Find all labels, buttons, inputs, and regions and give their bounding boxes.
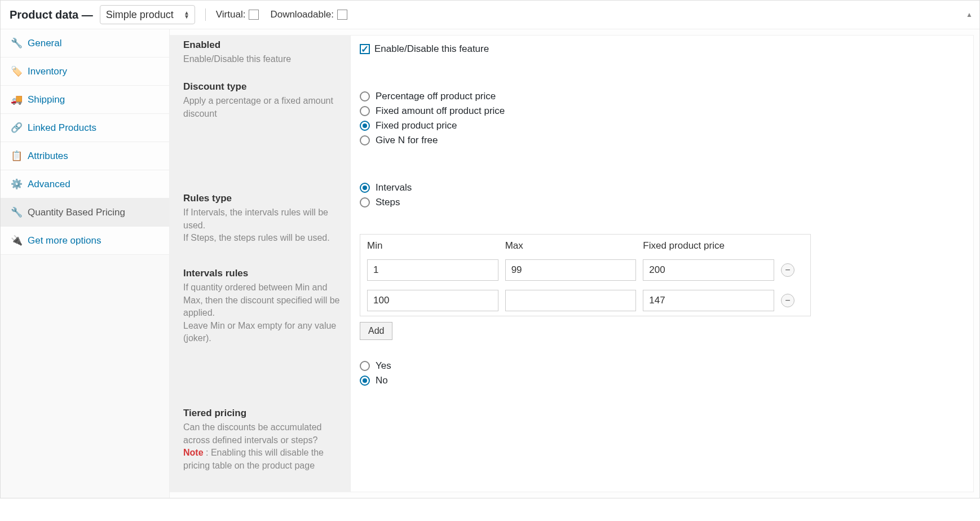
tiered-title: Tiered pricing bbox=[183, 408, 341, 419]
tiered-note-label: Note bbox=[183, 448, 204, 457]
virtual-label-wrap[interactable]: Virtual: bbox=[216, 9, 259, 20]
downloadable-label: Downloadable: bbox=[270, 9, 333, 20]
radio-percentage[interactable]: Percentage off product price bbox=[360, 91, 964, 102]
description-column: Enabled Enable/Disable this feature Disc… bbox=[170, 35, 350, 492]
max-input[interactable] bbox=[505, 290, 637, 311]
sidebar-item-label: Quantity Based Pricing bbox=[28, 207, 125, 218]
radio-steps[interactable]: Steps bbox=[360, 197, 964, 208]
rules-table-header: Min Max Fixed product price bbox=[360, 235, 810, 255]
radio-label: Yes bbox=[376, 360, 391, 372]
downloadable-checkbox[interactable] bbox=[337, 10, 347, 20]
product-data-panel: Product data — Simple product ▲▼ Virtual… bbox=[0, 0, 980, 498]
sidebar-item-advanced[interactable]: ⚙️ Advanced bbox=[1, 170, 169, 198]
wrench-icon: 🔧 bbox=[11, 206, 22, 218]
radio-icon bbox=[360, 376, 370, 386]
remove-row-button[interactable]: − bbox=[781, 294, 794, 307]
radio-intervals[interactable]: Intervals bbox=[360, 182, 964, 193]
collapse-toggle-icon[interactable]: ▲ bbox=[966, 11, 973, 19]
tiered-desc-pre: Can the discounts be accumulated across … bbox=[183, 422, 321, 444]
sidebar-item-label: General bbox=[28, 38, 61, 49]
tiered-desc-post: : Enabling this will disable the pricing… bbox=[183, 448, 324, 470]
radio-label: Fixed product price bbox=[376, 120, 457, 131]
radio-label: No bbox=[376, 375, 388, 386]
sidebar-item-shipping[interactable]: 🚚 Shipping bbox=[1, 86, 169, 114]
radio-label: Percentage off product price bbox=[376, 91, 496, 102]
radio-give-n-free[interactable]: Give N for free bbox=[360, 135, 964, 146]
enabled-checkbox-label: Enable/Disable this feature bbox=[374, 43, 489, 55]
discount-type-desc-text: Apply a percentage or a fixed amount dis… bbox=[183, 95, 341, 120]
tiered-desc-text: Can the discounts be accumulated across … bbox=[183, 421, 341, 472]
col-price: Fixed product price bbox=[643, 240, 774, 251]
truck-icon: 🚚 bbox=[11, 94, 22, 105]
radio-icon bbox=[360, 135, 370, 145]
intervals-rules-table: Min Max Fixed product price − bbox=[360, 234, 811, 316]
panel-header: Product data — Simple product ▲▼ Virtual… bbox=[1, 1, 979, 29]
discount-type-desc: Discount type Apply a percentage or a fi… bbox=[183, 81, 341, 177]
radio-icon bbox=[360, 197, 370, 207]
radio-label: Give N for free bbox=[376, 135, 438, 146]
panel-body: 🔧 General 🏷️ Inventory 🚚 Shipping 🔗 Link… bbox=[1, 29, 979, 498]
radio-no[interactable]: No bbox=[360, 375, 964, 386]
add-row-button[interactable]: Add bbox=[360, 322, 392, 340]
enabled-checkbox-row[interactable]: ✓ Enable/Disable this feature bbox=[360, 43, 964, 55]
sidebar-item-general[interactable]: 🔧 General bbox=[1, 29, 169, 58]
divider bbox=[205, 8, 206, 21]
remove-row-button[interactable]: − bbox=[781, 263, 794, 277]
product-type-select[interactable]: Simple product bbox=[100, 5, 195, 24]
radio-yes[interactable]: Yes bbox=[360, 360, 964, 372]
sidebar-item-qty-pricing[interactable]: 🔧 Quantity Based Pricing bbox=[1, 198, 169, 227]
rules-type-desc-text: If Intervals, the intervals rules will b… bbox=[183, 206, 341, 244]
sidebar-item-label: Get more options bbox=[28, 235, 101, 246]
sidebar-item-label: Shipping bbox=[28, 94, 65, 105]
sidebar-item-linked[interactable]: 🔗 Linked Products bbox=[1, 114, 169, 142]
list-icon: 📋 bbox=[11, 150, 22, 162]
fields-column: ✓ Enable/Disable this feature Percentage… bbox=[350, 35, 974, 492]
content: Enabled Enable/Disable this feature Disc… bbox=[170, 29, 979, 498]
enabled-desc-text: Enable/Disable this feature bbox=[183, 53, 341, 65]
radio-label: Fixed amount off product price bbox=[376, 105, 505, 117]
rules-row: − bbox=[360, 285, 810, 316]
tiered-desc: Tiered pricing Can the discounts be accu… bbox=[183, 408, 341, 472]
min-input[interactable] bbox=[367, 259, 498, 281]
col-min: Min bbox=[367, 240, 498, 251]
radio-label: Intervals bbox=[376, 182, 412, 193]
product-type-select-wrap: Simple product ▲▼ bbox=[100, 5, 195, 24]
sidebar-item-label: Attributes bbox=[28, 151, 68, 162]
link-icon: 🔗 bbox=[11, 122, 22, 134]
sidebar-item-inventory[interactable]: 🏷️ Inventory bbox=[1, 58, 169, 86]
rules-type-desc: Rules type If Intervals, the intervals r… bbox=[183, 193, 341, 252]
sidebar-item-label: Advanced bbox=[28, 179, 70, 190]
radio-icon bbox=[360, 121, 370, 131]
sidebar-item-label: Inventory bbox=[28, 66, 67, 77]
min-input[interactable] bbox=[367, 290, 498, 311]
virtual-checkbox[interactable] bbox=[249, 10, 259, 20]
intervals-rules-title: Intervals rules bbox=[183, 268, 341, 279]
rules-row: − bbox=[360, 255, 810, 285]
max-input[interactable] bbox=[505, 259, 637, 281]
enabled-checkbox[interactable]: ✓ bbox=[360, 44, 370, 54]
radio-fixed-price[interactable]: Fixed product price bbox=[360, 120, 964, 131]
enabled-desc: Enabled Enable/Disable this feature bbox=[183, 39, 341, 65]
plug-icon: 🔌 bbox=[11, 235, 22, 246]
radio-icon bbox=[360, 106, 370, 116]
radio-icon bbox=[360, 91, 370, 101]
downloadable-label-wrap[interactable]: Downloadable: bbox=[270, 9, 347, 20]
intervals-rules-desc: Intervals rules If quantity ordered betw… bbox=[183, 268, 341, 392]
rules-type-title: Rules type bbox=[183, 193, 341, 204]
enabled-title: Enabled bbox=[183, 39, 341, 51]
radio-label: Steps bbox=[376, 197, 400, 208]
radio-fixed-amount[interactable]: Fixed amount off product price bbox=[360, 105, 964, 117]
discount-type-title: Discount type bbox=[183, 81, 341, 92]
col-max: Max bbox=[505, 240, 637, 251]
sidebar-item-attributes[interactable]: 📋 Attributes bbox=[1, 142, 169, 170]
radio-icon bbox=[360, 361, 370, 371]
tag-icon: 🏷️ bbox=[11, 65, 22, 77]
wrench-icon: 🔧 bbox=[11, 37, 22, 49]
sidebar-item-more-options[interactable]: 🔌 Get more options bbox=[1, 227, 169, 255]
price-input[interactable] bbox=[643, 259, 774, 281]
tiered-radios: Yes No bbox=[360, 360, 964, 386]
rules-type-radios: Intervals Steps bbox=[360, 182, 964, 208]
virtual-label: Virtual: bbox=[216, 9, 246, 20]
panel-title: Product data — bbox=[10, 8, 93, 21]
price-input[interactable] bbox=[643, 290, 774, 311]
